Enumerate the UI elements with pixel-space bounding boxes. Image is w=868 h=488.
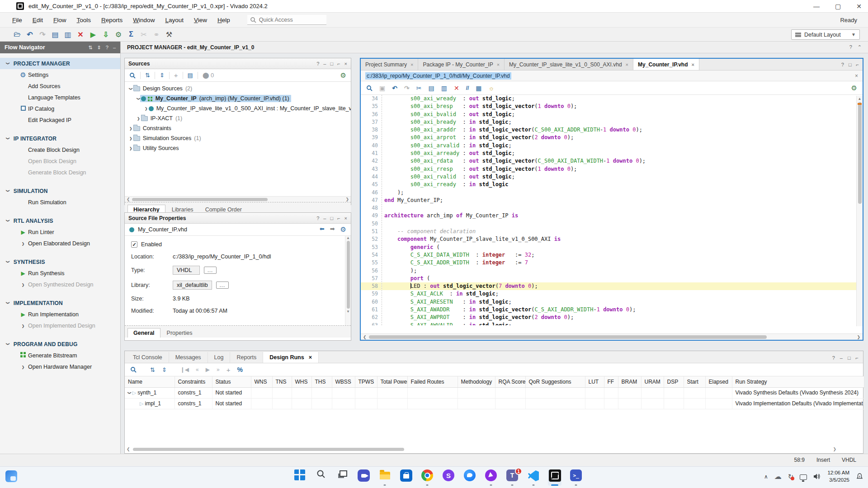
float-panel-icon[interactable]: □: [848, 355, 851, 361]
code-line[interactable]: [382, 204, 863, 212]
close-button[interactable]: ✕: [856, 3, 862, 10]
menu-layout[interactable]: Layout: [160, 15, 188, 25]
toggle-comment-icon[interactable]: //: [466, 85, 469, 91]
clock[interactable]: 12:06 AM 3/5/2025: [827, 469, 849, 483]
runs-tab-reports[interactable]: Reports: [230, 352, 263, 363]
column-header-wbss[interactable]: WBSS: [332, 376, 355, 387]
code-line[interactable]: S_AXI_AWPROT : in std_logic_vector(2 dow…: [382, 314, 863, 321]
properties-vscrollbar[interactable]: ▲ ▼: [345, 236, 351, 325]
toggle-column-icon[interactable]: ▦: [476, 84, 481, 92]
expand-all-icon[interactable]: ⇕: [97, 45, 101, 51]
search-icon[interactable]: [366, 85, 373, 91]
tree-chevron-icon[interactable]: ❯: [128, 87, 134, 90]
undo-icon[interactable]: ↶: [392, 84, 397, 92]
code-line[interactable]: architecture arch_imp of My_Counter_IP i…: [382, 212, 863, 220]
cut-icon[interactable]: ✂: [416, 84, 422, 92]
menu-view[interactable]: View: [189, 15, 212, 25]
minimize-panel-icon[interactable]: –: [840, 355, 843, 361]
tree-row[interactable]: ❯My_Counter_IP(arch_imp) (My_Counter_IP.…: [125, 94, 351, 103]
add-sources-icon[interactable]: +: [174, 71, 178, 79]
tab-close-icon[interactable]: ×: [497, 62, 500, 67]
code-line[interactable]: s00_axi_wready : out std_logic;: [382, 95, 863, 103]
code-line[interactable]: LED : out std_logic_vector(7 downto 0);: [382, 282, 863, 290]
copy-icon[interactable]: ▤: [428, 84, 434, 92]
code-line[interactable]: S_AXI_AWADDR : in std_logic_vector(C_S_A…: [382, 306, 863, 314]
tab-close-icon[interactable]: ×: [410, 62, 413, 67]
editor-vscrollbar[interactable]: ▲: [856, 96, 863, 326]
chevron-open-icon[interactable]: ❯: [5, 137, 11, 140]
taskbar-teams[interactable]: T1: [505, 469, 519, 486]
code-line[interactable]: s00_axi_rresp : out std_logic_vector(1 d…: [382, 165, 863, 173]
onedrive-cloud-icon[interactable]: ☁: [774, 472, 782, 481]
sidebar-section-rtl-analysis[interactable]: ❯RTL ANALYSIS: [0, 215, 120, 226]
column-header-methodology[interactable]: Methodology: [458, 376, 495, 387]
code-line[interactable]: s00_axi_arprot : in std_logic_vector(2 d…: [382, 134, 863, 141]
taskbar-start[interactable]: [293, 469, 307, 486]
expand-all-icon[interactable]: ⇕: [162, 366, 167, 373]
help-doc-icon[interactable]: ▤: [188, 72, 193, 79]
back-arrow-icon[interactable]: ⬅: [320, 225, 325, 234]
report-icon[interactable]: ▤: [49, 30, 61, 39]
properties-tab-properties[interactable]: Properties: [161, 328, 198, 338]
code-line[interactable]: end My_Counter_IP;: [382, 197, 863, 204]
scroll-up-icon[interactable]: ▲: [345, 236, 351, 240]
sidebar-item-edit-packaged-ip[interactable]: Edit Packaged IP: [0, 114, 120, 126]
scrollbar-thumb[interactable]: [132, 198, 268, 201]
code-line[interactable]: s00_axi_rdata : out std_logic_vector(C_S…: [382, 157, 863, 165]
editor-tab-package-ip-my-counter-ip[interactable]: Package IP - My_Counter_IP×: [418, 59, 505, 70]
maximize-panel-icon[interactable]: ⌐: [856, 62, 859, 67]
help-icon[interactable]: ?: [849, 44, 852, 50]
column-header-whs[interactable]: WHS: [292, 376, 311, 387]
taskbar-chrome[interactable]: [420, 469, 434, 486]
chevron-open-icon[interactable]: ❯: [5, 301, 11, 305]
property-value-input[interactable]: xil_defaultlib: [173, 281, 212, 290]
code-line[interactable]: S_AXI_ACLK : in std_logic;: [382, 290, 863, 298]
code-line[interactable]: );: [382, 267, 863, 275]
code-line[interactable]: S_AXI_AWVALID : in std_logic;: [382, 322, 863, 325]
minimize-panel-icon[interactable]: –: [323, 61, 326, 66]
help-icon[interactable]: ?: [316, 216, 319, 221]
chevron-open-icon[interactable]: ❯: [5, 343, 11, 346]
sidebar-item-run-synthesis[interactable]: ▶Run Synthesis: [0, 267, 120, 279]
properties-tab-general[interactable]: General: [127, 328, 160, 338]
scroll-up-icon[interactable]: ▲: [857, 96, 863, 102]
row-chevron-icon[interactable]: ❯: [127, 391, 132, 394]
sidebar-section-ip-integrator[interactable]: ❯IP INTEGRATOR: [0, 133, 120, 144]
sidebar-section-program-and-debug[interactable]: ❯PROGRAM AND DEBUG: [0, 338, 120, 350]
column-header-uram[interactable]: URAM: [641, 376, 664, 387]
network-icon[interactable]: [800, 474, 807, 480]
collapse-all-icon[interactable]: ⇅: [145, 72, 150, 79]
taskbar-store[interactable]: [399, 469, 413, 486]
menu-flow[interactable]: Flow: [49, 15, 71, 25]
delete-icon[interactable]: ✕: [74, 30, 87, 39]
code-line[interactable]: -- component declaration: [382, 228, 863, 235]
editor-tab-my-counter-ip-vhd[interactable]: My_Counter_IP.vhd×: [633, 59, 699, 70]
layout-selector[interactable]: Default Layout ▼: [791, 29, 860, 40]
code-line[interactable]: s00_axi_arvalid : in std_logic;: [382, 142, 863, 150]
tree-row[interactable]: ❯Constraints: [125, 123, 351, 133]
code-line[interactable]: s00_axi_bvalid : out std_logic;: [382, 111, 863, 118]
float-panel-icon[interactable]: ⌐: [337, 216, 340, 221]
quick-access-search[interactable]: [247, 15, 326, 25]
column-header-failed-routes[interactable]: Failed Routes: [407, 376, 458, 387]
code-line[interactable]: [382, 220, 863, 228]
redo-icon[interactable]: ↷: [36, 30, 49, 39]
column-header-status[interactable]: Status: [212, 376, 251, 387]
percent-icon[interactable]: %: [237, 366, 242, 373]
tree-chevron-icon[interactable]: ❯: [129, 145, 132, 151]
code-line[interactable]: s00_axi_rready : in std_logic: [382, 181, 863, 188]
scrollbar-thumb[interactable]: [369, 335, 767, 339]
column-header-ff[interactable]: FF: [604, 376, 618, 387]
tree-row[interactable]: ❯Simulation Sources (1): [125, 133, 351, 143]
menu-help[interactable]: Help: [213, 15, 235, 25]
scroll-left-icon[interactable]: ❮: [127, 447, 130, 451]
help-icon[interactable]: ?: [841, 62, 844, 67]
sidebar-item-settings[interactable]: ⚙Settings: [0, 69, 120, 80]
column-header-run-strategy[interactable]: Run Strategy: [732, 376, 864, 387]
volume-icon[interactable]: [813, 473, 821, 480]
sidebar-item-ip-catalog[interactable]: IP Catalog: [0, 103, 120, 114]
column-header-bram[interactable]: BRAM: [618, 376, 641, 387]
taskbar-file-explorer[interactable]: [378, 469, 392, 486]
scroll-right-icon[interactable]: ❯: [833, 447, 836, 451]
code-line[interactable]: );: [382, 189, 863, 197]
